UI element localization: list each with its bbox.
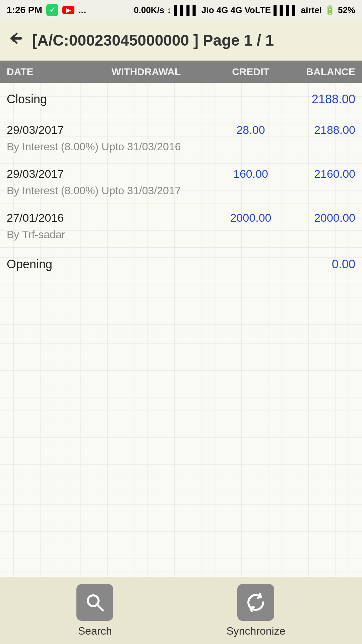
- search-label: Search: [78, 625, 112, 637]
- closing-label: Closing: [7, 92, 47, 106]
- carrier1-label: Jio 4G 4G VoLTE: [201, 5, 271, 15]
- battery-icon: 🔋: [324, 5, 335, 15]
- tx2-description: By Interest (8.00%) Upto 31/03/2017: [0, 183, 362, 204]
- transaction-row: 27/01/2016 2000.00 2000.00 By Trf-sadar: [0, 204, 362, 248]
- time-display: 1:26 PM: [7, 5, 42, 15]
- col-credit: CREDIT: [216, 66, 286, 77]
- opening-balance: 0.00: [332, 257, 355, 271]
- back-button[interactable]: [8, 30, 25, 51]
- transaction-main: 27/01/2016 2000.00 2000.00: [0, 204, 362, 227]
- synchronize-icon-box[interactable]: [237, 584, 274, 621]
- battery-percent: 52%: [338, 5, 355, 15]
- bottom-nav: Search Synchronize: [0, 577, 362, 644]
- synchronize-label: Synchronize: [226, 625, 285, 637]
- transaction-main: 29/03/2017 160.00 2160.00: [0, 160, 362, 183]
- tx1-date: 29/03/2017: [7, 123, 76, 137]
- tx3-date: 27/01/2016: [7, 211, 76, 224]
- tx2-date: 29/03/2017: [7, 167, 76, 180]
- search-icon-box[interactable]: [76, 584, 113, 621]
- tx1-balance: 2188.00: [286, 123, 355, 137]
- empty-area: [0, 330, 362, 577]
- signal-icon: ↕: [167, 5, 171, 15]
- col-date: DATE: [7, 66, 76, 77]
- transaction-row: 29/03/2017 160.00 2160.00 By Interest (8…: [0, 160, 362, 204]
- synchronize-nav-item[interactable]: Synchronize: [226, 584, 285, 637]
- tx2-credit: 160.00: [216, 167, 286, 180]
- tx3-credit: 2000.00: [216, 211, 286, 224]
- carrier2-label: airtel: [301, 5, 322, 15]
- tx3-balance: 2000.00: [286, 211, 355, 224]
- page-title: [A/C:00023045000000 ] Page 1 / 1: [32, 31, 274, 49]
- youtube-icon: ▶: [62, 6, 74, 14]
- closing-balance: 2188.00: [312, 92, 355, 106]
- signal-bars: ▌▌▌▌: [174, 5, 199, 15]
- tx2-balance: 2160.00: [286, 167, 355, 180]
- tx1-description: By Interest (8.00%) Upto 31/03/2016: [0, 139, 362, 160]
- whatsapp-icon: ✓: [46, 4, 58, 16]
- svg-line-1: [97, 604, 103, 610]
- table-header: DATE WITHDRAWAL CREDIT BALANCE: [0, 61, 362, 83]
- search-icon: [84, 592, 106, 613]
- status-bar-left: 1:26 PM ✓ ▶ ...: [7, 4, 86, 16]
- page-header: [A/C:00023045000000 ] Page 1 / 1: [0, 20, 362, 61]
- closing-row: Closing 2188.00: [0, 83, 362, 116]
- col-withdrawal: WITHDRAWAL: [76, 66, 216, 77]
- synchronize-icon: [245, 592, 266, 613]
- tx3-description: By Trf-sadar: [0, 227, 362, 248]
- tx1-credit: 28.00: [216, 123, 286, 137]
- search-nav-item[interactable]: Search: [76, 584, 113, 637]
- transaction-row: 29/03/2017 28.00 2188.00 By Interest (8.…: [0, 116, 362, 160]
- table-body: Closing 2188.00 29/03/2017 28.00 2188.00…: [0, 83, 362, 330]
- status-bar-right: 0.00K/s ↕ ▌▌▌▌ Jio 4G 4G VoLTE ▌▌▌▌ airt…: [134, 5, 355, 15]
- col-balance: BALANCE: [286, 66, 355, 77]
- network-speed: 0.00K/s: [134, 5, 164, 15]
- signal-bars-2: ▌▌▌▌: [274, 5, 298, 15]
- status-bar: 1:26 PM ✓ ▶ ... 0.00K/s ↕ ▌▌▌▌ Jio 4G 4G…: [0, 0, 362, 20]
- transaction-main: 29/03/2017 28.00 2188.00: [0, 116, 362, 139]
- opening-row: Opening 0.00: [0, 248, 362, 281]
- dots-display: ...: [78, 5, 86, 15]
- opening-label: Opening: [7, 257, 52, 271]
